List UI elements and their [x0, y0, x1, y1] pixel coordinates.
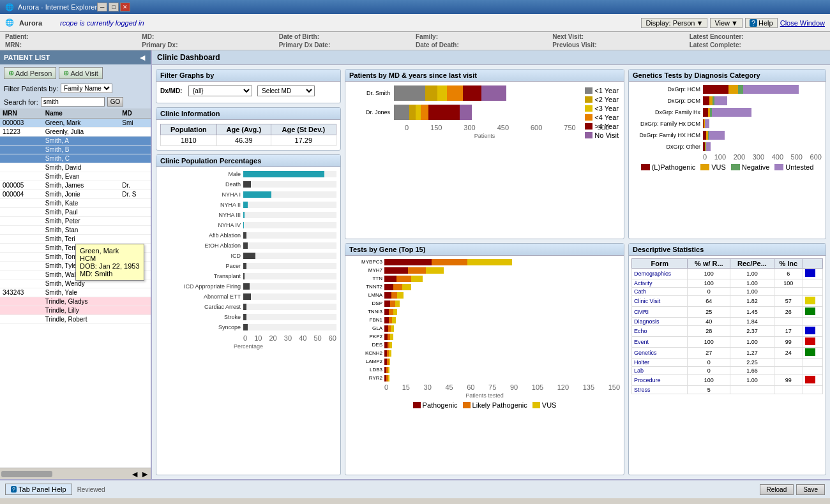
- stats-row: Diagnosis 40 1.84: [632, 317, 823, 325]
- gene-bar-row: TNNI3: [349, 308, 620, 316]
- md-legend-item: <3 Year: [585, 105, 619, 112]
- genetics-bar-row: DxGrp: Family Hx: [633, 107, 822, 117]
- window-close-button[interactable]: ✕: [120, 3, 130, 11]
- population-axis: 0102030405060: [160, 334, 336, 342]
- patient-tooltip: Green, Mark HCM DOB: Jan 22, 1953 MD: Sm…: [75, 244, 144, 281]
- sidebar-collapse-button[interactable]: ◄: [138, 52, 147, 63]
- gene-bar-row: GLA: [349, 325, 620, 332]
- dashboard-title: Clinic Dashboard: [152, 50, 830, 65]
- filter-select[interactable]: Family Name MRN Date of Birth: [61, 84, 112, 93]
- genetics-body: DxGrp: HCMDxGrp: DCMDxGrp: Family HxDxGr…: [629, 82, 826, 175]
- md-chart-header: Patients by MD & years since last visit: [345, 70, 624, 82]
- stats-row: Cath 0 1.00: [632, 287, 823, 295]
- close-window-button[interactable]: Close Window: [780, 19, 825, 27]
- title-bar-icon: 🌐: [5, 3, 14, 11]
- sidebar-scrollbar[interactable]: ◄ ►: [0, 468, 151, 479]
- browser-logo: 🌐: [5, 19, 14, 27]
- gene-bar-row: DES: [349, 341, 620, 349]
- reviewed-text: Reviewed: [77, 486, 105, 493]
- search-input[interactable]: [41, 97, 105, 107]
- scroll-right-button[interactable]: ►: [140, 469, 149, 479]
- stats-row: Genetics 27 1.27 24: [632, 347, 823, 358]
- genetics-legend-item: VUS: [700, 163, 726, 171]
- genetics-legend: (L)PathogenicVUSNegativeUntested: [633, 163, 822, 172]
- add-visit-button[interactable]: ⊕ Add Visit: [59, 67, 102, 79]
- patient-list-row[interactable]: 11223Greenly, Julia: [0, 128, 151, 137]
- md-legend-item: <4 Year: [585, 114, 619, 121]
- genetics-bar-row: DxGrp: Family Hx DCM: [633, 119, 822, 129]
- population-bar-row: Transplant: [160, 272, 336, 281]
- genetics-header: Genetics Tests by Diagnosis Category: [629, 70, 826, 82]
- search-go-button[interactable]: GO: [107, 97, 124, 107]
- md-chart-body: Dr. SmithDr. Jones <1 Year<2 Year<3 Year…: [345, 82, 624, 143]
- patient-list-row[interactable]: 000004Smith, JonieDr. S: [0, 190, 151, 199]
- dx-filter-select[interactable]: {all}: [188, 85, 252, 96]
- genes-legend-item: Pathogenic: [413, 401, 458, 409]
- population-bar-row: ICD: [160, 251, 336, 260]
- patient-list-row[interactable]: 000005Smith, JamesDr.: [0, 181, 151, 190]
- patient-list-row[interactable]: Smith, C: [0, 154, 151, 163]
- gene-bar-row: MYBPC3: [349, 258, 620, 266]
- patient-list-row[interactable]: Smith, Stan: [0, 226, 151, 235]
- md-chart-panel: Patients by MD & years since last visit …: [345, 69, 624, 239]
- gene-bar-row: TTN: [349, 275, 620, 283]
- gene-bar-row: FBN1: [349, 316, 620, 324]
- minimize-button[interactable]: ─: [97, 3, 107, 11]
- main-content: Clinic Dashboard Filter Graphs by Dx/MD:…: [152, 50, 830, 479]
- save-button[interactable]: Save: [796, 484, 825, 495]
- patient-list-row[interactable]: Trindle, Gladys: [0, 297, 151, 306]
- md-filter-select[interactable]: Select MD: [257, 85, 315, 96]
- patient-list-row[interactable]: Smith, Peter: [0, 217, 151, 226]
- maximize-button[interactable]: □: [109, 3, 119, 11]
- md-chart: Dr. SmithDr. Jones: [349, 85, 620, 120]
- patient-list-row[interactable]: Smith, Kate: [0, 199, 151, 208]
- patient-list-row[interactable]: Smith, A: [0, 137, 151, 145]
- patient-list-row[interactable]: Smith, David: [0, 163, 151, 172]
- patient-list-row[interactable]: Smith, Paul: [0, 208, 151, 217]
- stats-row: CMRI 25 1.45 26: [632, 306, 823, 317]
- dashboard-panels: Filter Graphs by Dx/MD: {all} Select MD: [152, 65, 830, 479]
- filter-graphs-body: Dx/MD: {all} Select MD: [156, 82, 340, 103]
- population-panel: Clinic Population Percentages MaleDeathN…: [156, 154, 341, 475]
- view-button[interactable]: View ▼: [710, 18, 743, 28]
- patient-list-row[interactable]: Smith, Teri: [0, 235, 151, 244]
- stats-row: Lab 0 1.66: [632, 366, 823, 374]
- patient-list-row[interactable]: 343243Smith, Yale: [0, 288, 151, 297]
- tab-help-button[interactable]: ? Tab Panel Help: [5, 484, 72, 495]
- patient-list-row[interactable]: Trindle, Robert: [0, 315, 151, 324]
- population-bar-row: NYHA III: [160, 211, 336, 219]
- title-bar: 🌐 Aurora - Internet Explorer ─ □ ✕: [0, 0, 830, 14]
- name-column-header: Name: [43, 108, 120, 119]
- genetics-axis: 0100200300400500600: [633, 153, 822, 161]
- help-button[interactable]: ? Help: [745, 18, 778, 28]
- population-chart: MaleDeathNYHA INYHA IINYHA IIINYHA IVAfi…: [160, 170, 336, 332]
- top-bar: 🌐 Aurora rcope is currently logged in Di…: [0, 14, 830, 32]
- gene-bar-row: DSP: [349, 300, 620, 308]
- clinic-info-header: Clinic Information: [156, 108, 340, 120]
- patient-list-row[interactable]: 000003Green, MarkSmi: [0, 119, 151, 128]
- population-bar-row: Abnormal ETT: [160, 292, 336, 301]
- add-person-button[interactable]: ⊕ Add Person: [4, 67, 56, 79]
- patient-list-table[interactable]: MRN Name MD 000003Green, MarkSmi11223Gre…: [0, 108, 151, 468]
- genes-panel: Tests by Gene (Top 15) MYBPC3 MYH7 TTN T…: [345, 243, 624, 476]
- genetics-chart: DxGrp: HCMDxGrp: DCMDxGrp: Family HxDxGr…: [633, 84, 822, 152]
- population-bar-row: NYHA IV: [160, 221, 336, 230]
- display-person-button[interactable]: Display: Person ▼: [641, 18, 707, 28]
- bottom-bar: ? Tab Panel Help Reviewed Reload Save: [0, 479, 830, 498]
- genetics-legend-item: (L)Pathogenic: [641, 163, 696, 171]
- stats-row: Stress 5: [632, 385, 823, 394]
- filter-graphs-header: Filter Graphs by: [156, 70, 340, 82]
- gene-bar-row: RYR2: [349, 374, 620, 382]
- patient-list-row[interactable]: Smith, Evan: [0, 172, 151, 181]
- stats-row: Event 100 1.00 99: [632, 336, 823, 347]
- patient-list-row[interactable]: Trindle, Lilly: [0, 306, 151, 315]
- population-bar-row: Syncope: [160, 323, 336, 332]
- scrollbar-thumb[interactable]: [1, 471, 52, 477]
- scroll-left-button[interactable]: ◄: [130, 469, 139, 479]
- reload-button[interactable]: Reload: [760, 484, 794, 495]
- population-bar-row: EtOH Ablation: [160, 241, 336, 250]
- app-title: Aurora: [19, 19, 42, 27]
- population-bar-row: ICD Appropriate Firing: [160, 282, 336, 291]
- patient-list-row[interactable]: Smith, B: [0, 145, 151, 154]
- filter-graphs-panel: Filter Graphs by Dx/MD: {all} Select MD: [156, 69, 341, 103]
